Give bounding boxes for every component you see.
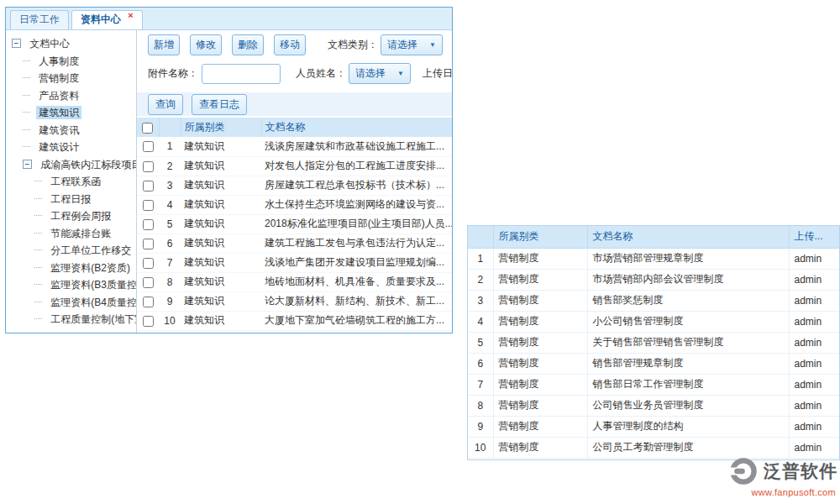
view-log-button[interactable]: 查看日志 [192, 94, 247, 115]
tree-item[interactable]: 工程联系函 [12, 173, 136, 191]
row-doc-name: 水土保持生态环境监测网络的建设与资... [261, 195, 452, 214]
table-row[interactable]: 8 营销制度 公司销售业务员管理制度 admin [468, 395, 840, 416]
row-checkbox[interactable] [143, 200, 154, 211]
tree-item[interactable]: 产品资料 [12, 87, 136, 105]
row-number: 3 [159, 176, 181, 195]
row-category: 建筑知识 [181, 272, 261, 291]
tab-bar: 日常工作 资料中心 × [6, 8, 452, 30]
table-row[interactable]: 8 建筑知识 地砖地面材料、机具准备、质量要求及... [137, 272, 452, 291]
tree-item[interactable]: 建筑资讯 [12, 122, 136, 139]
row-uploader: admin [789, 311, 840, 332]
tree-item[interactable]: 人事制度 [12, 53, 136, 71]
doc-type-select[interactable]: 请选择 ▼ [381, 34, 443, 55]
row-checkbox[interactable] [143, 239, 154, 249]
tab-data-center[interactable]: 资料中心 × [71, 10, 143, 29]
close-icon[interactable]: × [128, 10, 133, 20]
row-checkbox-cell [137, 291, 159, 311]
delete-button[interactable]: 删除 [232, 34, 264, 55]
table-row[interactable]: 2 建筑知识 对发包人指定分包的工程施工进度安排... [137, 156, 452, 176]
brand-row: 泛普软件 [728, 456, 837, 486]
table-row[interactable]: 10 营销制度 公司员工考勤管理制度 admin [468, 437, 840, 458]
row-uploader: admin [789, 374, 840, 395]
row-doc-name: 地砖地面材料、机具准备、质量要求及... [261, 272, 452, 291]
select-all-cell [137, 118, 159, 137]
tree-item[interactable]: 监理资料(B2资质) [12, 260, 136, 277]
table-row[interactable]: 7 建筑知识 浅谈地产集团开发建设项目监理规划编... [137, 253, 452, 272]
tree-item[interactable]: 监理资料(B4质量控制) [12, 294, 136, 312]
person-name-select[interactable]: 请选择 ▼ [349, 63, 411, 84]
row-checkbox-cell [137, 311, 159, 330]
row-doc-name: 销售部日常工作管理制度 [587, 374, 789, 395]
tree-node-project[interactable]: − 成渝高铁内江标段项目 [12, 156, 136, 174]
row-category: 营销制度 [493, 353, 587, 374]
row-uploader: admin [789, 248, 840, 269]
tree-item[interactable]: 监理资料(B3质量控制) [12, 276, 136, 294]
doc-name-header: 文档名称 [587, 226, 789, 248]
table-row[interactable]: 7 营销制度 销售部日常工作管理制度 admin [468, 374, 840, 395]
add-button[interactable]: 新增 [148, 34, 180, 55]
row-checkbox-cell [137, 156, 159, 176]
table-row[interactable]: 9 营销制度 人事管理制度的结构 admin [468, 416, 840, 437]
select-all-checkbox[interactable] [142, 123, 153, 134]
tree-item[interactable]: 建筑设计 [12, 139, 136, 156]
row-number: 7 [468, 374, 493, 395]
table-row[interactable]: 10 建筑知识 大厦地下室加气砼墙砌筑工程的施工方... [137, 311, 452, 330]
documents-table: 所属别类 文档名称 1 建筑知识 浅谈房屋建筑和市政基础设施工程施工... [137, 118, 452, 331]
table-row[interactable]: 5 营销制度 关于销售部管理销售管理制度 admin [468, 332, 840, 353]
move-button[interactable]: 移动 [274, 34, 306, 55]
documents-table-header: 所属别类 文档名称 [137, 118, 452, 137]
tree-item[interactable]: 工程日报 [12, 191, 136, 208]
marketing-table-header: 所属别类 文档名称 上传... [468, 226, 840, 248]
table-row[interactable]: 1 建筑知识 浅谈房屋建筑和市政基础设施工程施工... [137, 137, 452, 156]
marketing-table-body: 1 营销制度 市场营销部管理规章制度 admin 2 营销制度 市场营销部内部会… [468, 248, 840, 458]
row-number: 2 [468, 269, 493, 290]
row-category: 建筑知识 [181, 214, 261, 234]
row-number: 2 [159, 156, 181, 176]
tree-item[interactable]: 营销制度 [12, 70, 136, 87]
row-checkbox[interactable] [143, 277, 154, 288]
tree-root-document-center[interactable]: − 文档中心 [12, 35, 136, 53]
row-doc-name: 市场营销部内部会议管理制度 [587, 269, 789, 290]
table-row[interactable]: 6 建筑知识 建筑工程施工发包与承包违法行为认定... [137, 234, 452, 253]
row-checkbox[interactable] [143, 161, 154, 172]
tab-daily-work[interactable]: 日常工作 [10, 10, 69, 29]
row-checkbox-cell [137, 234, 159, 253]
row-number: 1 [468, 248, 493, 269]
table-row[interactable]: 1 营销制度 市场营销部管理规章制度 admin [468, 248, 840, 269]
modify-button[interactable]: 修改 [190, 34, 222, 55]
row-checkbox[interactable] [143, 297, 154, 307]
tree-branch-line [34, 249, 42, 250]
table-row[interactable]: 4 营销制度 小公司销售管理制度 admin [468, 311, 840, 332]
tree-branch-line [23, 112, 30, 113]
tree-branch-line [23, 146, 30, 147]
tree-item[interactable]: 分工单位工作移交 [12, 242, 136, 260]
collapse-icon[interactable]: − [23, 160, 32, 169]
upload-date-label: 上传日期 [423, 66, 452, 81]
query-button[interactable]: 查询 [148, 94, 183, 115]
tree-item[interactable]: 建筑知识 [12, 104, 136, 122]
category-header: 所属别类 [493, 226, 587, 248]
tree-branch-line [34, 302, 42, 302]
table-row[interactable]: 3 营销制度 销售部奖惩制度 admin [468, 290, 840, 311]
table-row[interactable]: 5 建筑知识 2018标准化监理项目部(业主项目部)人员... [137, 214, 452, 234]
row-checkbox[interactable] [143, 181, 154, 192]
tree-item[interactable]: 工程质量控制(地下室) [12, 311, 136, 328]
row-checkbox[interactable] [143, 258, 154, 269]
table-row[interactable]: 9 建筑知识 论大厦新材料、新结构、新技术、新工... [137, 291, 452, 311]
attachment-name-input[interactable] [202, 64, 281, 84]
row-checkbox[interactable] [143, 141, 154, 152]
collapse-icon[interactable]: − [12, 39, 21, 48]
table-row[interactable]: 2 营销制度 市场营销部内部会议管理制度 admin [468, 269, 840, 290]
row-category: 营销制度 [493, 311, 587, 332]
tree-item[interactable]: 节能减排台账 [12, 225, 136, 243]
row-uploader: admin [789, 269, 840, 290]
row-doc-name: 销售部奖惩制度 [587, 290, 789, 311]
row-number-header [159, 118, 181, 137]
table-row[interactable]: 4 建筑知识 水土保持生态环境监测网络的建设与资... [137, 195, 452, 214]
tree-item[interactable]: 工程例会周报 [12, 207, 136, 225]
table-row[interactable]: 3 建筑知识 房屋建筑工程总承包投标书（技术标）... [137, 176, 452, 195]
table-row[interactable]: 6 营销制度 销售部管理规章制度 admin [468, 353, 840, 374]
row-checkbox[interactable] [143, 316, 154, 327]
row-checkbox[interactable] [143, 219, 154, 230]
brand-block: 泛普软件 www.fanpusoft.com [728, 456, 837, 497]
